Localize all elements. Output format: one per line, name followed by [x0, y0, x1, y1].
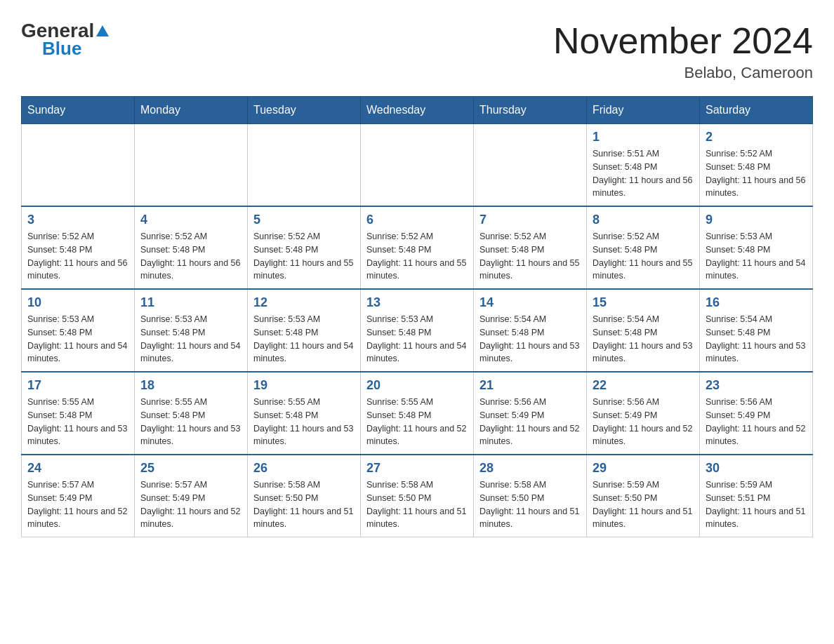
- day-of-week-header: Tuesday: [248, 97, 361, 124]
- calendar-cell: 16Sunrise: 5:54 AM Sunset: 5:48 PM Dayli…: [700, 289, 813, 372]
- day-info: Sunrise: 5:59 AM Sunset: 5:50 PM Dayligh…: [593, 478, 694, 531]
- day-number: 2: [706, 130, 807, 145]
- day-info: Sunrise: 5:59 AM Sunset: 5:51 PM Dayligh…: [706, 478, 807, 531]
- day-number: 23: [706, 378, 807, 393]
- day-info: Sunrise: 5:53 AM Sunset: 5:48 PM Dayligh…: [706, 230, 807, 283]
- calendar-cell: 12Sunrise: 5:53 AM Sunset: 5:48 PM Dayli…: [248, 289, 361, 372]
- calendar-cell: [135, 124, 248, 207]
- day-number: 8: [593, 213, 694, 227]
- day-number: 10: [27, 295, 128, 310]
- day-of-week-header: Thursday: [474, 97, 587, 124]
- day-number: 17: [27, 378, 128, 393]
- calendar-cell: [474, 124, 587, 207]
- calendar-cell: 20Sunrise: 5:55 AM Sunset: 5:48 PM Dayli…: [361, 372, 474, 455]
- day-number: 19: [253, 378, 355, 393]
- day-info: Sunrise: 5:57 AM Sunset: 5:49 PM Dayligh…: [140, 478, 241, 531]
- day-info: Sunrise: 5:56 AM Sunset: 5:49 PM Dayligh…: [593, 396, 694, 448]
- day-info: Sunrise: 5:54 AM Sunset: 5:48 PM Dayligh…: [479, 313, 581, 365]
- day-info: Sunrise: 5:55 AM Sunset: 5:48 PM Dayligh…: [366, 396, 468, 448]
- calendar-week-row: 1Sunrise: 5:51 AM Sunset: 5:48 PM Daylig…: [22, 124, 813, 207]
- calendar-cell: [361, 124, 474, 207]
- calendar-week-row: 24Sunrise: 5:57 AM Sunset: 5:49 PM Dayli…: [22, 455, 813, 537]
- calendar-cell: 17Sunrise: 5:55 AM Sunset: 5:48 PM Dayli…: [22, 372, 135, 455]
- day-number: 27: [366, 461, 468, 476]
- calendar-table: SundayMondayTuesdayWednesdayThursdayFrid…: [21, 96, 813, 537]
- calendar-cell: 21Sunrise: 5:56 AM Sunset: 5:49 PM Dayli…: [474, 372, 587, 455]
- calendar-cell: 26Sunrise: 5:58 AM Sunset: 5:50 PM Dayli…: [248, 455, 361, 537]
- day-info: Sunrise: 5:52 AM Sunset: 5:48 PM Dayligh…: [27, 230, 128, 283]
- calendar-cell: 13Sunrise: 5:53 AM Sunset: 5:48 PM Dayli…: [361, 289, 474, 372]
- calendar-cell: 8Sunrise: 5:52 AM Sunset: 5:48 PM Daylig…: [587, 206, 700, 289]
- title-block: November 2024 Belabo, Cameroon: [553, 21, 813, 82]
- day-number: 6: [366, 213, 468, 227]
- calendar-cell: [248, 124, 361, 207]
- calendar-cell: 1Sunrise: 5:51 AM Sunset: 5:48 PM Daylig…: [587, 124, 700, 207]
- day-number: 15: [593, 295, 694, 310]
- calendar-cell: 4Sunrise: 5:52 AM Sunset: 5:48 PM Daylig…: [135, 206, 248, 289]
- calendar-cell: 3Sunrise: 5:52 AM Sunset: 5:48 PM Daylig…: [22, 206, 135, 289]
- calendar-cell: 10Sunrise: 5:53 AM Sunset: 5:48 PM Dayli…: [22, 289, 135, 372]
- day-info: Sunrise: 5:53 AM Sunset: 5:48 PM Dayligh…: [253, 313, 355, 365]
- calendar-cell: 5Sunrise: 5:52 AM Sunset: 5:48 PM Daylig…: [248, 206, 361, 289]
- day-number: 9: [706, 213, 807, 227]
- calendar-cell: 2Sunrise: 5:52 AM Sunset: 5:48 PM Daylig…: [700, 124, 813, 207]
- calendar-cell: 30Sunrise: 5:59 AM Sunset: 5:51 PM Dayli…: [700, 455, 813, 537]
- day-info: Sunrise: 5:51 AM Sunset: 5:48 PM Dayligh…: [593, 147, 694, 200]
- day-info: Sunrise: 5:52 AM Sunset: 5:48 PM Dayligh…: [253, 230, 355, 283]
- day-of-week-header: Monday: [135, 97, 248, 124]
- day-info: Sunrise: 5:56 AM Sunset: 5:49 PM Dayligh…: [479, 396, 581, 448]
- logo: General Blue: [21, 21, 109, 60]
- day-of-week-header: Sunday: [22, 97, 135, 124]
- calendar-cell: 28Sunrise: 5:58 AM Sunset: 5:50 PM Dayli…: [474, 455, 587, 537]
- day-number: 24: [27, 461, 128, 476]
- day-info: Sunrise: 5:58 AM Sunset: 5:50 PM Dayligh…: [479, 478, 581, 531]
- day-of-week-header: Wednesday: [361, 97, 474, 124]
- calendar-cell: 14Sunrise: 5:54 AM Sunset: 5:48 PM Dayli…: [474, 289, 587, 372]
- day-number: 21: [479, 378, 581, 393]
- logo-blue-text: Blue: [42, 38, 81, 60]
- calendar-cell: 6Sunrise: 5:52 AM Sunset: 5:48 PM Daylig…: [361, 206, 474, 289]
- calendar-cell: 25Sunrise: 5:57 AM Sunset: 5:49 PM Dayli…: [135, 455, 248, 537]
- day-number: 30: [706, 461, 807, 476]
- day-number: 28: [479, 461, 581, 476]
- day-number: 26: [253, 461, 355, 476]
- day-number: 14: [479, 295, 581, 310]
- day-info: Sunrise: 5:52 AM Sunset: 5:48 PM Dayligh…: [140, 230, 241, 283]
- day-number: 13: [366, 295, 468, 310]
- day-info: Sunrise: 5:53 AM Sunset: 5:48 PM Dayligh…: [27, 313, 128, 365]
- calendar-cell: 9Sunrise: 5:53 AM Sunset: 5:48 PM Daylig…: [700, 206, 813, 289]
- day-info: Sunrise: 5:55 AM Sunset: 5:48 PM Dayligh…: [27, 396, 128, 448]
- calendar-cell: 19Sunrise: 5:55 AM Sunset: 5:48 PM Dayli…: [248, 372, 361, 455]
- day-info: Sunrise: 5:54 AM Sunset: 5:48 PM Dayligh…: [706, 313, 807, 365]
- calendar-cell: 23Sunrise: 5:56 AM Sunset: 5:49 PM Dayli…: [700, 372, 813, 455]
- page-header: General Blue November 2024 Belabo, Camer…: [21, 21, 813, 82]
- calendar-cell: 29Sunrise: 5:59 AM Sunset: 5:50 PM Dayli…: [587, 455, 700, 537]
- day-number: 25: [140, 461, 241, 476]
- calendar-cell: [22, 124, 135, 207]
- day-number: 18: [140, 378, 241, 393]
- calendar-cell: 24Sunrise: 5:57 AM Sunset: 5:49 PM Dayli…: [22, 455, 135, 537]
- day-info: Sunrise: 5:55 AM Sunset: 5:48 PM Dayligh…: [253, 396, 355, 448]
- day-number: 20: [366, 378, 468, 393]
- day-number: 22: [593, 378, 694, 393]
- day-info: Sunrise: 5:52 AM Sunset: 5:48 PM Dayligh…: [479, 230, 581, 283]
- location: Belabo, Cameroon: [553, 64, 813, 82]
- month-title: November 2024: [553, 21, 813, 61]
- calendar-cell: 11Sunrise: 5:53 AM Sunset: 5:48 PM Dayli…: [135, 289, 248, 372]
- day-number: 12: [253, 295, 355, 310]
- calendar-cell: 15Sunrise: 5:54 AM Sunset: 5:48 PM Dayli…: [587, 289, 700, 372]
- day-number: 11: [140, 295, 241, 310]
- calendar-cell: 18Sunrise: 5:55 AM Sunset: 5:48 PM Dayli…: [135, 372, 248, 455]
- calendar-cell: 27Sunrise: 5:58 AM Sunset: 5:50 PM Dayli…: [361, 455, 474, 537]
- day-number: 29: [593, 461, 694, 476]
- day-info: Sunrise: 5:58 AM Sunset: 5:50 PM Dayligh…: [253, 478, 355, 531]
- day-number: 5: [253, 213, 355, 227]
- calendar-week-row: 3Sunrise: 5:52 AM Sunset: 5:48 PM Daylig…: [22, 206, 813, 289]
- day-info: Sunrise: 5:57 AM Sunset: 5:49 PM Dayligh…: [27, 478, 128, 531]
- day-number: 16: [706, 295, 807, 310]
- day-number: 7: [479, 213, 581, 227]
- calendar-cell: 7Sunrise: 5:52 AM Sunset: 5:48 PM Daylig…: [474, 206, 587, 289]
- day-info: Sunrise: 5:58 AM Sunset: 5:50 PM Dayligh…: [366, 478, 468, 531]
- day-info: Sunrise: 5:53 AM Sunset: 5:48 PM Dayligh…: [366, 313, 468, 365]
- day-info: Sunrise: 5:52 AM Sunset: 5:48 PM Dayligh…: [706, 147, 807, 200]
